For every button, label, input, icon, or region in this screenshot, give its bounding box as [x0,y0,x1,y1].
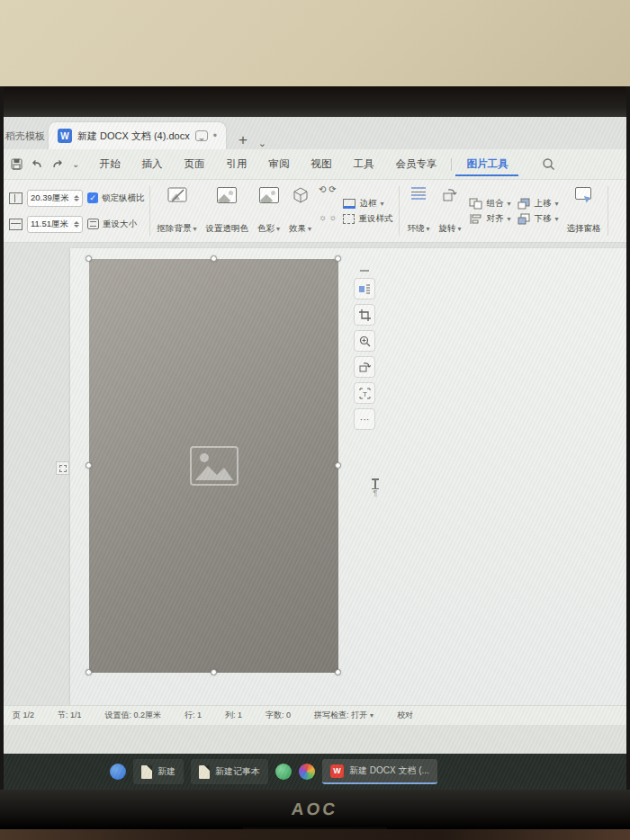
status-page[interactable]: 页 1/2 [13,710,34,721]
new-tab-button[interactable]: + [238,131,248,149]
zoom-preview-button[interactable] [354,330,375,352]
wrap-button[interactable]: 环绕▾ [402,184,434,237]
more-icon: ··· [360,414,370,424]
status-line: 行: 1 [184,710,202,721]
border-button[interactable]: 边框 ▾ [343,198,392,210]
menu-bar: ⌄ 开始 插入 页面 引用 审阅 视图 工具 会员专享 图片工具 [4,149,626,180]
monitor-bezel-top [0,86,630,117]
selection-handle[interactable] [211,669,217,675]
redacted-image-placeholder[interactable] [89,259,338,673]
crop-button[interactable] [354,304,375,326]
checkbox-checked-icon[interactable]: ✓ [87,192,98,203]
dropdown-caret-icon: ▾ [457,225,461,233]
rotate-button[interactable]: 旋转▾ [434,184,465,237]
width-stepper[interactable]: 11.51厘米 [27,216,83,233]
status-setting: 设置值: 0.2厘米 [105,710,162,721]
tray-color-app-icon[interactable] [299,764,315,780]
set-transparent-label: 设置透明色 [206,223,249,235]
selection-handle[interactable] [86,255,92,262]
rotate-right-icon[interactable]: ⟳ [328,184,337,210]
tab-list-chevron-icon[interactable]: ⌄ [258,138,266,149]
dropdown-caret-icon: ▾ [194,225,197,233]
tab-active-document[interactable]: W 新建 DOCX 文档 (4).docx • [49,122,226,149]
group-align-group: 组合 ▾ 对齐 ▾ [465,184,514,237]
menu-member[interactable]: 会员专享 [384,152,447,176]
status-word-count[interactable]: 字数: 0 [266,710,291,721]
menu-tools[interactable]: 工具 [342,152,384,176]
bring-forward-label: 上移 [534,198,551,210]
document-page[interactable]: T ··· ¶ [70,248,626,705]
effects-button[interactable]: 效果▾ [284,184,316,237]
selection-handle[interactable] [86,462,92,469]
rotate-picture-button[interactable] [354,356,375,378]
more-tools-button[interactable]: ··· [354,408,375,430]
bring-forward-button[interactable]: 上移 ▾ [518,198,558,210]
brightness-down-icon[interactable]: ☼ [328,212,337,238]
selection-pane-button[interactable]: 选择窗格 [562,184,605,237]
tray-green-app-icon[interactable] [275,764,292,780]
menu-review[interactable]: 审阅 [257,152,300,176]
taskbar-item-2[interactable]: 新建记事本 [191,759,268,784]
selection-handle[interactable] [335,462,341,469]
dropdown-caret-icon: ▾ [426,225,429,233]
taskbar-item-1[interactable]: 新建 [133,759,184,784]
redo-icon[interactable] [51,159,64,170]
menu-insert[interactable]: 插入 [130,152,173,176]
floating-picture-toolbar: T ··· [353,270,376,430]
search-icon[interactable] [542,157,555,171]
layout-options-icon [358,283,371,295]
selection-handle[interactable] [211,255,217,262]
reset-style-icon [343,214,355,224]
align-button[interactable]: 对齐 ▾ [469,213,510,225]
status-spellcheck[interactable]: 拼写检查: 打开 ▾ [314,710,374,721]
reset-size-button[interactable]: 重设大小 [87,219,145,230]
text-cursor: ¶ [370,478,381,497]
taskbar-item-wps-active[interactable]: W 新建 DOCX 文档 (... [322,759,437,784]
color-button[interactable]: 色彩▾ [253,184,284,237]
extract-text-button[interactable]: T [354,382,375,404]
menu-view[interactable]: 视图 [300,152,342,176]
lock-aspect-checkbox[interactable]: ✓ 锁定纵横比 [87,192,145,204]
send-backward-button[interactable]: 下移 ▾ [518,213,558,225]
set-transparent-button[interactable]: 设置透明色 [202,184,254,237]
tab-docer-templates[interactable]: 稻壳模板 [4,122,49,149]
height-stepper[interactable]: 20.39厘米 [27,190,83,207]
save-icon[interactable] [11,158,22,170]
undo-icon[interactable] [31,159,43,170]
comment-bubble-icon[interactable] [195,130,208,141]
picture-tools-ribbon: 20.39厘米 ✓ 锁定纵横比 11.51厘米 重设大小 抠除背景▾ [4,180,626,243]
border-label: 边框 [359,198,376,210]
group-button[interactable]: 组合 ▾ [469,198,510,210]
menu-references[interactable]: 引用 [215,152,257,176]
layout-options-button[interactable] [354,278,375,299]
menu-home[interactable]: 开始 [88,152,130,176]
brightness-up-icon[interactable]: ☼ [319,212,327,238]
picture-placeholder-icon [190,446,238,486]
stepper-arrows-icon[interactable] [74,221,79,228]
status-proofing[interactable]: 校对 [397,710,413,721]
align-objects-icon [469,213,482,225]
taskbar-item-1-label: 新建 [158,765,176,778]
menu-page[interactable]: 页面 [173,152,215,176]
stepper-arrows-icon[interactable] [74,195,79,201]
rotate-picture-icon [358,362,371,373]
menu-picture-tools[interactable]: 图片工具 [455,152,518,176]
selection-handle[interactable] [335,255,341,262]
collapse-toolbar-icon[interactable] [360,270,369,272]
quick-access-chevron-icon[interactable]: ⌄ [72,159,79,169]
reset-style-button[interactable]: 重设样式 [343,213,392,225]
selection-pane-icon [575,187,591,200]
magnifier-plus-icon [359,335,371,347]
remove-background-icon [167,187,187,204]
remove-background-button[interactable]: 抠除背景▾ [153,184,202,237]
room-wall [0,0,630,86]
start-button-icon[interactable] [110,764,126,780]
document-tab-bar: 稻壳模板 W 新建 DOCX 文档 (4).docx • + ⌄ [4,117,626,149]
dropdown-caret-icon: ▾ [276,225,280,233]
effects-icon [292,187,309,203]
rotate-left-icon[interactable]: ⟲ [319,184,327,210]
rotate-brightness-minigroup: ⟲ ⟳ ☼ ☼ [316,184,339,237]
selection-handle[interactable] [335,669,341,675]
ribbon-divider [608,186,608,236]
selection-handle[interactable] [86,669,92,675]
